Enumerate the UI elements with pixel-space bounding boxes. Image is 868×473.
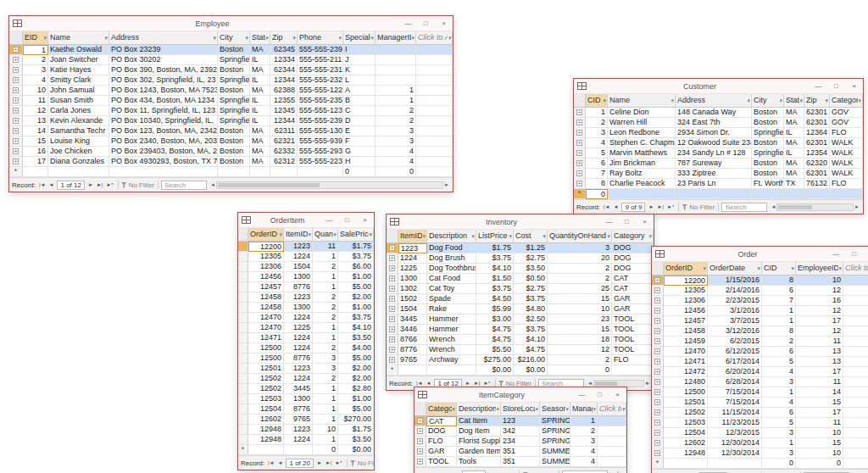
column-header[interactable]: Category▾ [830,94,863,108]
table-cell[interactable]: DOG [426,426,457,437]
table-cell[interactable]: John Samual [48,86,109,96]
table-row[interactable]: 1250487761$5.00 [238,404,374,415]
table-cell[interactable] [250,167,270,177]
horizontal-scrollbar[interactable]: ◄► [209,181,450,189]
table-cell[interactable]: $1.00 [338,303,374,313]
nav-previous-button[interactable]: ◄ [453,468,461,473]
sort-dropdown-icon[interactable]: ▾ [279,228,282,241]
table-cell[interactable]: $2.00 [338,374,374,384]
sort-dropdown-icon[interactable]: ▾ [757,262,760,275]
row-selector[interactable] [238,364,248,374]
table-cell[interactable]: $4.00 [338,343,374,353]
table-cell[interactable]: $1.75 [338,242,374,252]
table-cell[interactable]: 12 [23,106,48,116]
nav-first-button[interactable]: |◄ [37,178,47,192]
table-cell[interactable]: 8 [586,179,608,189]
table-cell[interactable]: 0 [313,445,338,455]
table-cell[interactable]: 14 [796,387,843,398]
table-cell[interactable]: 4 [762,398,796,408]
row-selector[interactable]: + [9,136,23,147]
table-cell[interactable]: 17 [796,367,843,377]
row-selector[interactable]: + [652,357,664,367]
select-all-corner[interactable] [9,31,23,45]
row-selector[interactable]: + [574,169,586,179]
column-header[interactable]: Category▾ [612,230,654,243]
table-cell[interactable]: 1 [23,45,48,55]
table-row[interactable]: 1250112233$2.00 [238,364,374,374]
column-header[interactable]: ManagerID▾ [570,403,598,416]
table-cell[interactable]: Ray Boltz [608,169,676,179]
table-cell[interactable] [376,65,416,75]
row-selector[interactable]: + [574,138,586,148]
table-cell[interactable]: 6 [762,347,796,357]
expand-icon[interactable]: + [417,448,423,454]
row-selector[interactable] [238,262,248,272]
table-cell[interactable]: 62301 [804,108,830,118]
table-cell[interactable]: FLO [426,437,457,447]
table-cell[interactable]: IL [250,96,270,106]
table-cell[interactable]: PO Box 30202 [109,55,218,65]
table-cell[interactable]: TOOL [612,345,654,355]
table-cell[interactable]: PO Box 434, Boston, MA 1234 [109,96,218,106]
expand-icon[interactable]: + [389,337,395,342]
sort-dropdown-icon[interactable]: ▾ [104,31,108,44]
row-selector[interactable]: + [652,286,664,296]
table-cell[interactable]: $1.00 [338,394,374,404]
table-cell[interactable]: $1.00 [338,272,374,282]
sort-dropdown-icon[interactable]: ▾ [369,228,372,241]
table-cell[interactable]: WALK [830,148,863,159]
table-cell[interactable]: 9765 [398,355,427,365]
expand-icon[interactable]: + [576,150,582,156]
row-selector[interactable]: + [652,398,664,408]
minimize-button[interactable]: — [827,247,845,261]
table-cell[interactable] [843,296,868,306]
table-cell[interactable]: MA [784,138,804,148]
table-cell[interactable] [248,445,284,455]
table-row[interactable]: +15Louise KingPO Box 2340, Boston, MA, 2… [9,136,453,147]
row-selector[interactable]: + [652,296,664,306]
table-cell[interactable]: Louise King [48,136,109,147]
table-cell[interactable]: 5 [762,357,796,367]
table-row[interactable]: 12200122311$1.75 [238,242,374,252]
table-cell[interactable]: MA [784,169,804,179]
table-cell[interactable]: L [343,75,376,86]
table-cell[interactable]: 8766 [398,335,427,345]
table-cell[interactable] [843,459,868,469]
row-selector[interactable] [238,353,248,364]
column-header[interactable]: SalePrice▾ [338,228,374,242]
table-cell[interactable]: 12/30/2014 [708,448,762,459]
column-header[interactable]: Zip▾ [804,94,830,108]
table-cell[interactable] [843,347,868,357]
expand-icon[interactable]: + [13,159,19,164]
table-cell[interactable]: 8776 [284,404,313,415]
column-header[interactable]: Phone▾ [298,31,343,45]
row-selector[interactable]: * [574,189,586,199]
row-selector[interactable]: + [652,408,664,418]
table-cell[interactable]: 1502 [398,294,427,304]
maximize-button[interactable]: □ [591,387,609,402]
table-cell[interactable] [843,438,868,448]
expand-icon[interactable]: + [13,77,19,83]
table-row[interactable]: +3445Hammer$3.00$2.5023TOOL [387,314,654,325]
column-header[interactable]: Description▾ [457,403,501,416]
table-cell[interactable]: $4.75 [476,335,514,345]
table-cell[interactable]: 1 [313,384,338,394]
scroll-left-icon[interactable]: ◄ [770,204,776,209]
table-cell[interactable]: 12502 [248,374,284,384]
table-cell[interactable]: 3 [762,448,796,459]
window-titlebar[interactable]: Employee — □ × [9,16,453,31]
row-selector[interactable] [238,242,248,252]
table-cell[interactable] [270,167,298,177]
table-cell[interactable]: 1 [313,252,338,262]
table-cell[interactable] [48,167,109,177]
row-selector[interactable]: + [9,147,23,157]
table-cell[interactable]: 555-555-232 [298,75,343,86]
table-cell[interactable]: GOV [830,118,863,128]
table-cell[interactable]: 6 [762,286,796,296]
table-row[interactable]: +124563/1/2016112 [652,306,868,316]
sort-dropdown-icon[interactable]: ▾ [422,230,426,242]
table-row[interactable]: +3Leon Redbone2934 Simon Dr.SpringfieldI… [574,128,863,138]
table-cell[interactable]: MA [784,159,804,169]
table-row[interactable]: 1247012242$3.75 [238,313,374,323]
table-cell[interactable]: 12 Oakwood Suite 234 [676,138,752,148]
